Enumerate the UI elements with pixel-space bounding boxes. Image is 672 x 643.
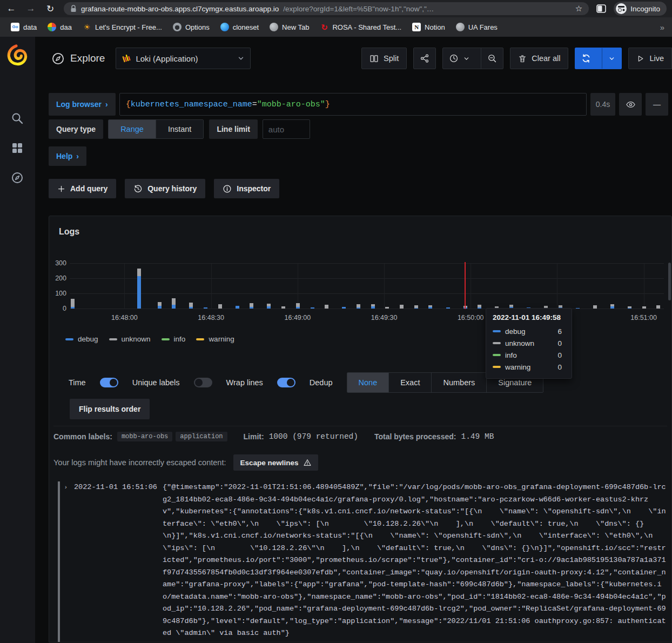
openshift-icon: ↻ [320, 23, 328, 31]
x-axis-tick: 16:48:30 [192, 314, 230, 322]
dedup-option-none[interactable]: None [347, 373, 389, 392]
bar-debug [250, 307, 253, 309]
unique-labels-toggle[interactable] [194, 378, 212, 387]
search-icon[interactable] [11, 112, 25, 126]
bar-unknown [250, 303, 253, 307]
notion-icon: N [412, 23, 421, 31]
time-picker-button[interactable] [443, 48, 476, 69]
play-icon [636, 55, 644, 63]
stacked-bar [71, 299, 75, 309]
browser-toolbar: ← → ↻ grafana-route-mobb-aro-obs.apps.cl… [0, 0, 672, 17]
query-visibility-button[interactable] [619, 93, 642, 116]
x-axis-tick: 16:50:00 [452, 314, 489, 322]
log-browser-button[interactable]: Log browser › [49, 93, 116, 116]
tooltip-timestamp: 2022-11-01 16:49:58 [493, 313, 565, 322]
side-panel-icon[interactable] [596, 4, 606, 13]
stacked-bar [656, 305, 660, 309]
live-button[interactable]: Live [628, 48, 672, 69]
url-bar[interactable]: grafana-route-mobb-aro-obs.apps.cl7cymgx… [64, 2, 589, 15]
bookmark-item[interactable]: ☀Let's Encrypt - Free... [78, 21, 166, 34]
tooltip-series-value: 6 [557, 327, 565, 336]
time-toggle-label: Time [69, 378, 86, 387]
incognito-icon [616, 3, 627, 14]
bookmark-item[interactable]: cloneset [216, 21, 263, 34]
log-message: {"@timestamp":"2022-11-01T21:51:06.48940… [163, 481, 667, 640]
bookmark-item[interactable]: New Tab [265, 21, 313, 34]
bookmark-label: daa [60, 23, 72, 31]
time-toggle[interactable] [100, 378, 118, 387]
explore-icon[interactable] [11, 171, 25, 185]
escape-newlines-label: Escape newlines [240, 459, 298, 467]
query-input[interactable]: {kubernetes_namespace_name="mobb-aro-obs… [119, 93, 587, 116]
legend-item-warning[interactable]: warning [196, 335, 234, 343]
wrap-lines-toggle[interactable] [277, 378, 295, 387]
bar-unknown [400, 305, 404, 309]
x-gridline [471, 264, 471, 309]
y-gridline [70, 263, 664, 264]
datasource-picker[interactable]: Loki (Application) [116, 48, 251, 69]
remove-query-button[interactable]: — [646, 93, 668, 116]
grafana-app: Explore Loki (Application) Split [0, 37, 672, 643]
sidebar [0, 37, 35, 643]
query-type-range[interactable]: Range [109, 120, 156, 138]
log-browser-label: Log browser [56, 100, 102, 109]
dashboards-icon[interactable] [11, 142, 25, 156]
escape-newlines-button[interactable]: Escape newlines [233, 454, 318, 471]
log-expand-icon[interactable]: › [65, 484, 71, 490]
line-limit-input[interactable]: auto [263, 119, 310, 139]
x-axis-tick: 16:51:00 [625, 314, 663, 322]
bar-debug [311, 307, 314, 309]
bookmark-item[interactable]: Godata [6, 21, 41, 34]
reload-button[interactable]: ↻ [44, 3, 56, 15]
bar-debug [478, 307, 481, 309]
run-query-button [575, 48, 622, 69]
bookmark-star-icon[interactable]: ☆ [575, 4, 582, 14]
chevron-down-icon [463, 55, 470, 62]
bar-debug [428, 307, 432, 309]
logs-volume-chart[interactable] [70, 264, 664, 309]
zoom-out-button[interactable] [481, 48, 503, 69]
flip-results-order-button[interactable]: Flip results order [70, 399, 150, 419]
bar-unknown [189, 303, 193, 307]
query-editor: Log browser › {kubernetes_namespace_name… [49, 93, 668, 198]
grafana-logo[interactable] [6, 44, 28, 66]
url-domain: grafana-route-mobb-aro-obs.apps.cl7cymgx… [81, 5, 279, 13]
log-row[interactable]: › 2022-11-01 16:51:06 {"@timestamp":"202… [58, 481, 667, 642]
dedup-option-numbers[interactable]: Numbers [431, 373, 486, 392]
back-button[interactable]: ← [5, 3, 17, 14]
query-history-button[interactable]: Query history [125, 179, 205, 198]
bookmark-item[interactable]: daa [43, 21, 76, 34]
common-labels-label: Common labels: [53, 432, 112, 441]
split-button[interactable]: Split [361, 48, 407, 69]
add-query-button[interactable]: Add query [49, 179, 116, 198]
refresh-interval-button[interactable] [602, 48, 621, 69]
query-type-instant[interactable]: Instant [156, 120, 204, 138]
legend-label: warning [209, 335, 234, 343]
scrollbar-thumb[interactable] [668, 263, 671, 300]
godoc-icon: Go [11, 23, 19, 31]
split-label: Split [384, 54, 399, 63]
bookmark-item[interactable]: UA Fares [452, 21, 502, 34]
share-button[interactable] [413, 48, 436, 69]
inspector-button[interactable]: Inspector [214, 179, 279, 198]
clear-all-button[interactable]: Clear all [510, 48, 568, 69]
history-icon [133, 184, 143, 193]
legend-item-unknown[interactable]: unknown [109, 335, 151, 343]
bar-debug [357, 307, 360, 309]
log-meta-row: Common labels: mobb-aro-obsapplication L… [53, 432, 494, 441]
legend-item-info[interactable]: info [162, 335, 186, 343]
bookmark-item[interactable]: ↻ROSA - Shared Test... [315, 21, 406, 34]
refresh-button[interactable] [575, 48, 597, 69]
query-duration-badge: 0.4s [590, 93, 615, 116]
globe-icon [270, 23, 278, 31]
help-button[interactable]: Help › [49, 146, 86, 166]
dedup-option-exact[interactable]: Exact [388, 373, 431, 392]
forward-button[interactable]: → [25, 3, 37, 14]
bookmark-item[interactable]: Options [169, 21, 214, 34]
header-actions: Split Clear all [361, 48, 672, 69]
bookmark-label: UA Fares [468, 23, 498, 31]
legend-item-debug[interactable]: debug [65, 335, 98, 343]
bookmark-item[interactable]: NNotion [408, 21, 449, 34]
bookmarks-overflow-icon[interactable]: » [659, 23, 666, 32]
logs-panel: Logs 0100200300 16:48:0016:48:3016:49:00… [49, 216, 672, 642]
